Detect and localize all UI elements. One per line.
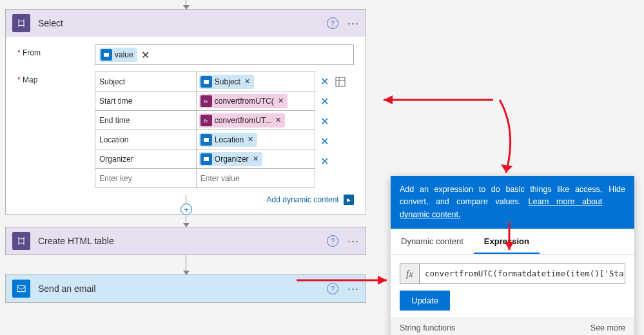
- table-row: Subject Subject✕: [95, 72, 315, 91]
- see-more-link[interactable]: See more: [590, 323, 625, 332]
- select-action-icon: [12, 14, 30, 32]
- html-table-card: Create HTML table ? ···: [5, 227, 366, 255]
- outlook-icon: [200, 134, 212, 146]
- expression-input[interactable]: convertfromUTC(formatdatetime(item()['St…: [420, 264, 625, 283]
- fx-icon: fx: [200, 95, 212, 107]
- from-label: From: [17, 48, 41, 57]
- html-title: Create HTML table: [38, 236, 327, 246]
- fx-badge-icon: fx: [400, 264, 420, 283]
- table-row: End time fxconvertfromUT...✕: [95, 111, 315, 130]
- help-icon[interactable]: ?: [327, 235, 338, 247]
- map-val-placeholder[interactable]: Enter value: [196, 169, 315, 188]
- from-value-token[interactable]: value: [99, 48, 137, 62]
- add-dynamic-content-link[interactable]: Add dynamic content: [267, 195, 339, 204]
- connector-1a: [186, 195, 186, 204]
- switch-mode-icon[interactable]: [335, 77, 346, 87]
- clear-from-icon[interactable]: ✕: [141, 49, 150, 61]
- table-row: Location Location✕: [95, 130, 315, 149]
- svg-text:fx: fx: [204, 118, 208, 124]
- token-remove-icon[interactable]: ✕: [244, 77, 250, 86]
- string-functions-label: String functions: [400, 323, 455, 332]
- row-delete-icon[interactable]: ✕: [320, 155, 329, 168]
- table-row-empty: Enter key Enter value: [95, 169, 315, 188]
- svg-rect-9: [17, 285, 25, 291]
- table-row: Start time fxconvertfromUTC(✕: [95, 91, 315, 111]
- svg-rect-6: [336, 77, 345, 86]
- map-key-cell[interactable]: End time: [95, 111, 197, 130]
- map-key-cell[interactable]: Subject: [95, 72, 197, 91]
- map-label: Map: [17, 75, 37, 84]
- connector-top: [186, 0, 186, 9]
- outlook-icon: [200, 153, 212, 165]
- outlook-icon: [200, 76, 212, 88]
- svg-marker-12: [501, 164, 512, 173]
- email-title: Send an email: [38, 283, 327, 294]
- map-val-cell[interactable]: fxconvertfromUT...✕: [196, 111, 315, 130]
- map-val-cell[interactable]: fxconvertfromUTC(✕: [196, 91, 315, 111]
- token-remove-icon[interactable]: ✕: [253, 155, 259, 163]
- token-remove-icon[interactable]: ✕: [248, 135, 253, 144]
- svg-text:fx: fx: [204, 99, 208, 104]
- add-dynamic-icon[interactable]: ▸: [344, 195, 354, 205]
- table-row: Organizer Organizer✕: [95, 149, 315, 169]
- annotation-arrow-2: [487, 97, 525, 180]
- map-token: Location✕: [199, 133, 257, 147]
- map-key-cell[interactable]: Organizer: [95, 149, 197, 169]
- tab-expression[interactable]: Expression: [474, 229, 540, 254]
- hide-panel-link[interactable]: Hide: [609, 184, 625, 221]
- row-delete-icon[interactable]: ✕: [320, 135, 329, 148]
- from-input[interactable]: value ✕: [95, 44, 354, 65]
- email-header[interactable]: Send an email ? ···: [6, 275, 366, 302]
- map-key-cell[interactable]: Start time: [95, 91, 197, 111]
- svg-rect-4: [204, 138, 209, 142]
- select-card: Select ? ··· From value ✕ Map: [5, 9, 366, 215]
- map-val-cell[interactable]: Subject✕: [196, 72, 315, 91]
- help-icon[interactable]: ?: [327, 17, 338, 29]
- svg-rect-0: [104, 53, 109, 57]
- map-key-cell[interactable]: Location: [95, 130, 197, 149]
- more-menu-icon[interactable]: ···: [347, 238, 359, 244]
- outlook-icon: [101, 49, 112, 61]
- row-delete-icon[interactable]: ✕: [320, 95, 329, 108]
- from-token-text: value: [115, 50, 133, 59]
- more-menu-icon[interactable]: ···: [347, 20, 359, 26]
- add-step-button[interactable]: +: [181, 204, 192, 215]
- svg-marker-16: [378, 276, 387, 285]
- fx-icon: fx: [200, 115, 212, 126]
- tab-dynamic-content[interactable]: Dynamic content: [391, 229, 474, 254]
- email-card: Send an email ? ···: [5, 274, 366, 303]
- map-token: fxconvertfromUT...✕: [199, 113, 285, 128]
- select-title: Select: [38, 18, 327, 28]
- map-table: Subject Subject✕ Start time fxconvertfro…: [95, 72, 315, 188]
- expression-panel: Add an expression to do basic things lik…: [391, 176, 634, 335]
- row-delete-icon[interactable]: ✕: [320, 115, 329, 128]
- outlook-action-icon: [12, 280, 30, 298]
- token-remove-icon[interactable]: ✕: [275, 116, 281, 124]
- connector-1b: [186, 215, 186, 227]
- svg-marker-11: [384, 95, 393, 104]
- row-delete-icon[interactable]: ✕: [320, 75, 329, 88]
- annotation-arrow-1: [371, 87, 500, 113]
- html-table-header[interactable]: Create HTML table ? ···: [6, 227, 366, 254]
- token-remove-icon[interactable]: ✕: [278, 97, 284, 105]
- map-val-cell[interactable]: Organizer✕: [196, 149, 315, 169]
- help-icon[interactable]: ?: [327, 283, 338, 294]
- update-button[interactable]: Update: [400, 291, 450, 311]
- map-token: Organizer✕: [199, 152, 262, 166]
- connector-2: [186, 255, 186, 274]
- map-token: Subject✕: [199, 75, 254, 89]
- html-action-icon: [12, 232, 30, 250]
- svg-rect-1: [204, 80, 209, 84]
- map-val-cell[interactable]: Location✕: [196, 130, 315, 149]
- map-key-placeholder[interactable]: Enter key: [95, 169, 197, 188]
- more-menu-icon[interactable]: ···: [347, 285, 359, 292]
- map-token: fxconvertfromUTC(✕: [199, 94, 288, 108]
- svg-rect-5: [204, 157, 209, 161]
- select-header[interactable]: Select ? ···: [6, 10, 366, 37]
